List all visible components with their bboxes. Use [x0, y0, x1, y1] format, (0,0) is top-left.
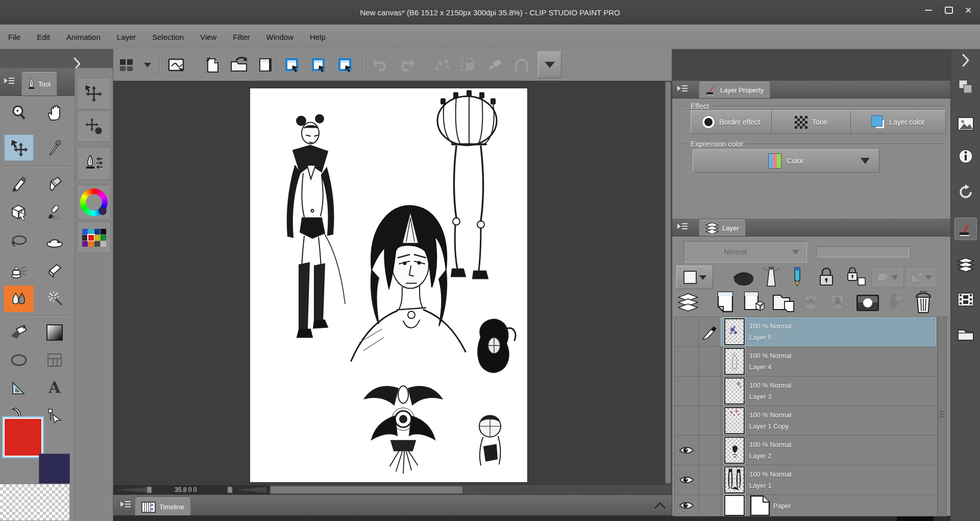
quick-access-panel-button[interactable] — [954, 76, 977, 98]
tool-hand[interactable] — [40, 100, 69, 126]
navigator-panel-button[interactable] — [954, 112, 977, 135]
layer-row-layer-1[interactable]: 100 % Normal Layer 1 — [675, 465, 936, 495]
deselect-icon[interactable] — [510, 53, 533, 77]
collapse-timeline-icon[interactable] — [120, 502, 131, 507]
collapse-up-icon[interactable] — [653, 501, 667, 510]
layer-thumbnail[interactable] — [724, 437, 745, 464]
layer-folder-panel-button[interactable] — [954, 323, 977, 345]
merge-down-icon[interactable] — [801, 293, 821, 312]
open-file-button[interactable] — [227, 53, 251, 77]
palette-color-dropdown[interactable] — [676, 266, 713, 289]
information-panel-button[interactable] — [954, 145, 977, 168]
expand-right-dock-icon[interactable] — [960, 53, 971, 67]
layer-thumbnail[interactable] — [724, 318, 745, 345]
tool-marker[interactable] — [40, 170, 69, 197]
animation-cels-panel-button[interactable] — [954, 288, 977, 311]
workspace-grid-button[interactable] — [115, 53, 138, 77]
tool-eraser[interactable] — [40, 257, 69, 283]
layer-row-layer-4[interactable]: 100 % Normal Layer 4 — [675, 347, 936, 376]
layer-mask-button[interactable] — [856, 294, 879, 312]
zoom-slider-bar[interactable]: 35.8 0 0 — [113, 485, 270, 494]
tool-lasso[interactable] — [4, 228, 34, 255]
menu-layer[interactable]: Layer — [109, 25, 144, 49]
menu-edit[interactable]: Edit — [29, 25, 58, 49]
change-layer-order-icon[interactable] — [677, 293, 699, 312]
tool-pencil[interactable] — [4, 170, 34, 197]
select-area-icon[interactable] — [457, 53, 480, 77]
tool-text[interactable]: A — [40, 374, 69, 401]
visibility-cell[interactable] — [675, 495, 699, 516]
tab-timeline[interactable]: Timeline — [135, 497, 191, 516]
mask-area-icon[interactable] — [732, 268, 755, 287]
tab-tool[interactable]: Tool — [21, 72, 57, 96]
selection-rect-3-button[interactable] — [333, 53, 357, 77]
tool-blend[interactable] — [4, 286, 34, 312]
tool-gradient[interactable] — [40, 319, 69, 346]
subtool-detail[interactable] — [77, 147, 111, 180]
layer-thumbnail[interactable] — [724, 348, 745, 375]
horizontal-scrollbar[interactable] — [270, 485, 672, 494]
toolbar-more-dropdown[interactable] — [538, 52, 561, 78]
subtool-move-layer[interactable] — [77, 78, 111, 109]
tool-brush[interactable] — [40, 199, 69, 225]
visibility-cell[interactable] — [675, 317, 699, 346]
menu-filter[interactable]: Filter — [225, 25, 258, 49]
save-button[interactable] — [254, 53, 277, 77]
layer-row-layer-3[interactable]: 100 % Normal Layer 3 — [675, 376, 936, 406]
tool-correction[interactable] — [40, 286, 69, 312]
canvas[interactable] — [250, 88, 527, 482]
main-color-swatch[interactable] — [4, 418, 42, 457]
workspace-dropdown[interactable] — [141, 53, 154, 77]
menu-window[interactable]: Window — [258, 25, 302, 49]
tool-zoom[interactable] — [4, 100, 34, 126]
menu-selection[interactable]: Selection — [144, 25, 192, 49]
tool-decoration[interactable] — [40, 228, 69, 255]
menu-file[interactable]: File — [0, 25, 29, 49]
tab-layer[interactable]: Layer — [699, 219, 746, 236]
visibility-cell[interactable] — [675, 347, 699, 376]
layer-row-layer-5[interactable]: 100 % Normal Layer 5 — [675, 317, 936, 347]
new-file-button[interactable] — [201, 53, 224, 77]
close-button[interactable]: ✕ — [960, 3, 977, 17]
visibility-cell[interactable] — [675, 376, 699, 406]
vertical-scrollbar[interactable] — [665, 81, 672, 485]
layer-row-layer-1-copy[interactable]: 100 % Normal Layer 1 Copy — [675, 406, 936, 436]
sub-color-swatch[interactable] — [39, 454, 70, 484]
transparent-color-swatch[interactable] — [0, 484, 69, 520]
opacity-bar[interactable] — [816, 246, 909, 257]
layer-property-panel-button[interactable] — [954, 218, 977, 240]
redo-button[interactable] — [395, 53, 419, 77]
lock-transparent-icon[interactable] — [847, 267, 867, 287]
tool-ruler[interactable] — [4, 374, 34, 401]
fill-icon[interactable] — [483, 53, 507, 77]
menu-animation[interactable]: Animation — [58, 25, 109, 49]
menu-view[interactable]: View — [192, 25, 225, 49]
tool-frame[interactable] — [40, 347, 69, 373]
layer-color-button[interactable]: Layer color — [851, 110, 946, 134]
minimize-button[interactable] — [920, 3, 937, 17]
enable-mask-dropdown[interactable] — [871, 267, 904, 288]
selection-rect-1-button[interactable] — [280, 53, 304, 77]
visibility-cell[interactable] — [675, 406, 699, 435]
layer-thumbnail[interactable] — [724, 407, 745, 434]
layer-thumbnail[interactable] — [724, 377, 745, 405]
expression-color-dropdown[interactable]: Color — [693, 149, 879, 173]
apply-mask-icon[interactable] — [886, 292, 905, 313]
tool-eyedropper[interactable] — [40, 134, 69, 161]
transfer-down-icon[interactable] — [827, 293, 848, 312]
tool-airbrush[interactable] — [4, 257, 34, 283]
draft-pencil-icon[interactable] — [791, 266, 804, 288]
color-wheel[interactable] — [77, 185, 111, 220]
collapse-layer-palette-icon[interactable] — [677, 224, 688, 229]
visibility-cell[interactable] — [675, 465, 699, 494]
export-image-button[interactable] — [165, 53, 189, 77]
collapse-layer-property-icon[interactable] — [677, 86, 688, 91]
new-folder-button[interactable] — [772, 292, 795, 313]
sync-panel-button[interactable] — [954, 181, 977, 203]
layers-panel-button[interactable] — [954, 253, 977, 276]
border-effect-button[interactable]: Border effect — [691, 110, 772, 134]
tool-operation[interactable] — [4, 199, 34, 225]
layer-list-scrollbar[interactable] — [938, 317, 947, 516]
delete-layer-button[interactable] — [914, 291, 933, 314]
layer-thumbnail[interactable] — [724, 466, 745, 493]
